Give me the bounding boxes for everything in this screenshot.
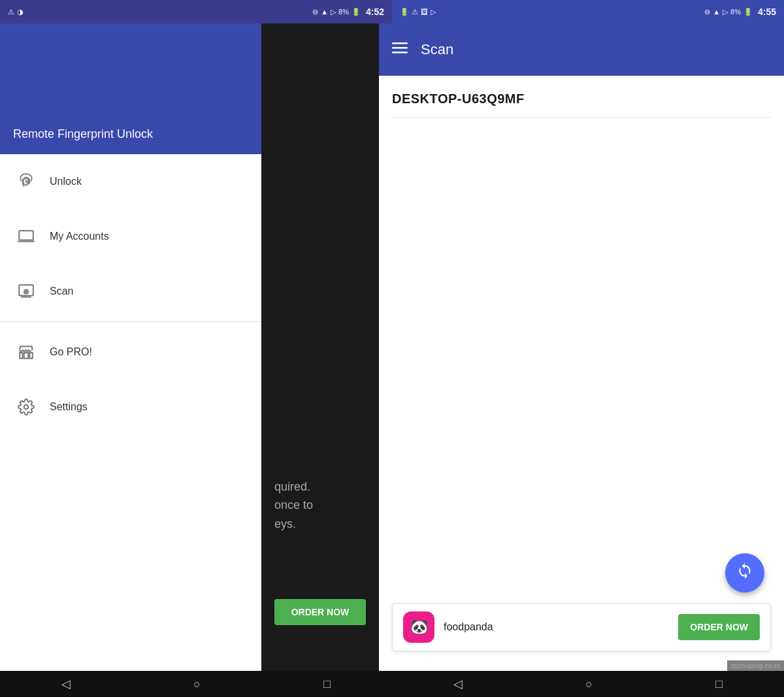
right-panel-title: Scan — [421, 41, 453, 58]
drawer-items-list: Unlock My Accounts — [0, 154, 261, 671]
status-bars: ⚠ ◑ ⊖ ▲ ▷ 8% 🔋 4:52 🔋 ⚠ 🖼 ▷ ⊖ ▲ ▷ 8% 🔋 4… — [0, 0, 784, 24]
recents-button-left[interactable]: □ — [323, 677, 331, 691]
foodpanda-logo: 🐼 — [403, 611, 434, 643]
drawer-item-settings[interactable]: Settings — [0, 380, 261, 434]
back-button-right[interactable]: ◁ — [453, 677, 463, 691]
signal-icon-right: ▷ — [723, 8, 728, 16]
right-panel: Scan DESKTOP-U63Q9MF 🐼 foodpanda ORDER N… — [379, 24, 784, 671]
wifi-icon-right: ▲ — [713, 8, 720, 16]
dnd-icon-right: ⊖ — [704, 8, 710, 16]
status-bar-right: 🔋 ⚠ 🖼 ▷ ⊖ ▲ ▷ 8% 🔋 4:55 — [392, 0, 784, 24]
dnd-icon: ⊖ — [312, 8, 318, 16]
svg-rect-11 — [392, 52, 408, 54]
left-status-icons: ⚠ ◑ — [8, 8, 24, 16]
drawer-settings-label: Settings — [50, 401, 88, 413]
signal-icon: ▷ — [331, 8, 336, 16]
overlay-order-now-button[interactable]: ORDER NOW — [274, 599, 366, 625]
home-button-left[interactable]: ○ — [193, 677, 201, 691]
drawer-item-scan[interactable]: Scan — [0, 264, 261, 319]
refresh-icon — [736, 562, 753, 583]
back-button-left[interactable]: ◁ — [61, 677, 71, 691]
drawer-app-title: Remote Fingerprint Unlock — [13, 127, 153, 141]
sync-icon: ◑ — [17, 8, 24, 16]
ad-banner: 🐼 foodpanda ORDER NOW — [392, 603, 771, 651]
warning-icon: ⚠ — [8, 8, 14, 16]
battery-icon-right: 🔋 — [743, 8, 753, 16]
drawer-item-unlock[interactable]: Unlock — [0, 154, 261, 209]
store-icon — [13, 339, 39, 365]
right-status-icons: 🔋 ⚠ 🖼 ▷ — [400, 8, 436, 16]
main-content: Remote Fingerprint Unlock Unlock — [0, 24, 784, 671]
fab-refresh-button[interactable] — [725, 553, 764, 592]
drawer-unlock-label: Unlock — [50, 176, 82, 187]
laptop-icon — [13, 223, 39, 250]
desktop-device-name: DESKTOP-U63Q9MF — [392, 91, 771, 106]
bottom-nav-left: ◁ ○ □ — [0, 677, 392, 691]
battery-icon-left: 🔋 — [351, 8, 361, 16]
drawer-item-my-accounts[interactable]: My Accounts — [0, 209, 261, 264]
drawer-divider — [0, 321, 261, 322]
hamburger-menu-icon[interactable] — [392, 40, 408, 59]
scan-add-icon — [13, 278, 39, 304]
recents-button-right[interactable]: □ — [715, 677, 723, 691]
battery-percent-left: 8% — [338, 8, 349, 16]
ad-order-now-button[interactable]: ORDER NOW — [678, 614, 760, 640]
send-icon: ▷ — [431, 8, 436, 16]
left-status-right: ⊖ ▲ ▷ 8% 🔋 4:52 — [312, 7, 384, 17]
svg-rect-9 — [392, 42, 408, 44]
drawer-my-accounts-label: My Accounts — [50, 231, 109, 242]
drawer-scan-label: Scan — [50, 285, 73, 297]
drawer-go-pro-label: Go PRO! — [50, 346, 92, 358]
svg-rect-1 — [19, 231, 33, 240]
status-bar-left: ⚠ ◑ ⊖ ▲ ▷ 8% 🔋 4:52 — [0, 0, 392, 24]
bottom-navigation: ◁ ○ □ ◁ ○ □ — [0, 671, 784, 697]
watermark-text: technblog.co.rs — [727, 660, 784, 671]
svg-rect-7 — [24, 353, 29, 359]
fingerprint-icon — [13, 169, 39, 195]
content-separator — [392, 117, 771, 118]
battery-alert-icon: 🔋 — [400, 8, 409, 16]
drawer-item-go-pro[interactable]: Go PRO! — [0, 325, 261, 380]
ad-brand-name: foodpanda — [444, 621, 669, 633]
dark-overlay-panel: quired.once toeys. ORDER NOW — [261, 24, 379, 671]
time-right: 4:55 — [758, 7, 776, 17]
drawer-header: Remote Fingerprint Unlock — [0, 24, 261, 154]
battery-percent-right: 8% — [730, 8, 741, 16]
overlay-partial-text: quired.once toeys. — [274, 478, 366, 534]
wifi-icon: ▲ — [321, 8, 328, 16]
svg-point-8 — [24, 405, 29, 410]
home-button-right[interactable]: ○ — [585, 677, 593, 691]
image-icon: 🖼 — [421, 8, 428, 16]
navigation-drawer: Remote Fingerprint Unlock Unlock — [0, 24, 261, 671]
warning-icon-right: ⚠ — [412, 8, 418, 16]
bottom-nav-right: ◁ ○ □ — [392, 677, 784, 691]
svg-rect-10 — [392, 47, 408, 49]
settings-icon — [13, 394, 39, 420]
right-panel-header: Scan — [379, 24, 784, 76]
right-panel-content: DESKTOP-U63Q9MF — [379, 76, 784, 671]
right-status-right: ⊖ ▲ ▷ 8% 🔋 4:55 — [704, 7, 776, 17]
time-left: 4:52 — [366, 7, 384, 17]
